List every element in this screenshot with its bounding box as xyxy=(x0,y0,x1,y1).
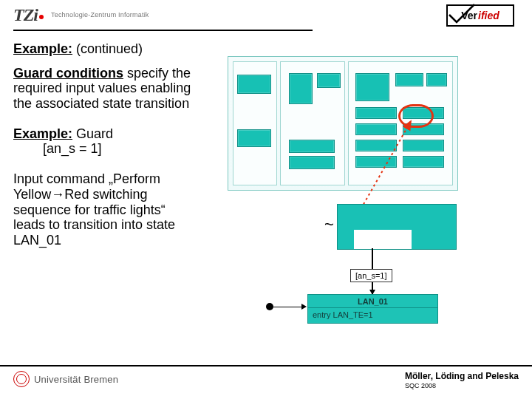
university-crest-icon xyxy=(13,371,30,387)
example-continued: (continued) xyxy=(76,41,143,56)
state-box xyxy=(426,73,447,86)
lan01-state-box: LAN_01 entry LAN_TE=1 xyxy=(307,294,438,324)
guard-paragraph: Guard conditions specify the required in… xyxy=(13,66,198,112)
transition-edge xyxy=(273,307,303,308)
truncation-mark-icon: ~ xyxy=(324,215,334,234)
example-guard-line: Example: Guard [an_s = 1] xyxy=(13,126,198,157)
slide-credits: Möller, Löding and Peleska SQC 2008 xyxy=(405,371,519,389)
tzi-subtitle: Technologie-Zentrum Informatik xyxy=(51,11,149,18)
state-box xyxy=(355,123,397,135)
state-box xyxy=(403,156,444,168)
state-box xyxy=(237,129,271,147)
initial-state-icon xyxy=(266,303,273,310)
state-box xyxy=(289,140,335,153)
state-box xyxy=(395,73,423,86)
tzi-logo: TZi xyxy=(13,5,44,25)
text-column: Example: (continued) Guard conditions sp… xyxy=(13,41,198,359)
state-box xyxy=(403,140,444,151)
example-heading: Example: (continued) xyxy=(13,41,198,57)
tzi-logo-text: TZi xyxy=(13,5,38,25)
highlight-circle-icon xyxy=(398,104,434,128)
university-name: Universität Bremen xyxy=(34,374,118,385)
logo-dot-icon xyxy=(39,15,44,19)
slide-footer: Universität Bremen Möller, Löding and Pe… xyxy=(0,365,532,399)
inner-state-box xyxy=(354,230,412,249)
state-box xyxy=(237,75,271,94)
state-box xyxy=(355,107,397,119)
example-label: Example: xyxy=(13,41,72,56)
university-logo: Universität Bremen xyxy=(13,371,118,387)
guard-expression: [an_s = 1] xyxy=(43,141,102,156)
statechart-overview xyxy=(228,56,458,191)
state-box xyxy=(355,140,397,151)
input-command-paragraph: Input command „Perform Yellow→Red switch… xyxy=(13,171,198,248)
guard-condition-label: [an_s=1] xyxy=(350,269,392,282)
state-box xyxy=(355,73,389,101)
authors-text: Möller, Löding and Peleska xyxy=(405,371,519,381)
parent-state-box: ~ xyxy=(337,204,457,250)
state-box xyxy=(355,156,397,168)
lan01-entry-action: entry LAN_TE=1 xyxy=(308,308,437,323)
slide-content: Example: (continued) Guard conditions sp… xyxy=(0,31,532,359)
state-box xyxy=(289,156,335,169)
verified-prefix: Ver xyxy=(461,10,477,21)
example2-text: Guard xyxy=(76,126,113,141)
venue-text: SQC 2008 xyxy=(405,382,519,389)
arrowhead-icon xyxy=(301,304,307,310)
verified-badge: Verified xyxy=(446,4,514,27)
example2-label: Example: xyxy=(13,126,72,141)
guard-heading: Guard conditions xyxy=(13,66,123,81)
diagram-column: ~ [an_s=1] LAN_01 entry LAN_TE=1 xyxy=(198,41,519,359)
slide-header: TZi Technologie-Zentrum Informatik Verif… xyxy=(0,0,532,30)
state-box xyxy=(317,73,341,88)
state-box xyxy=(289,73,313,104)
statechart-detail: ~ [an_s=1] LAN_01 entry LAN_TE=1 xyxy=(220,204,457,333)
verified-suffix: ified xyxy=(478,10,499,21)
lan01-title: LAN_01 xyxy=(308,295,437,308)
